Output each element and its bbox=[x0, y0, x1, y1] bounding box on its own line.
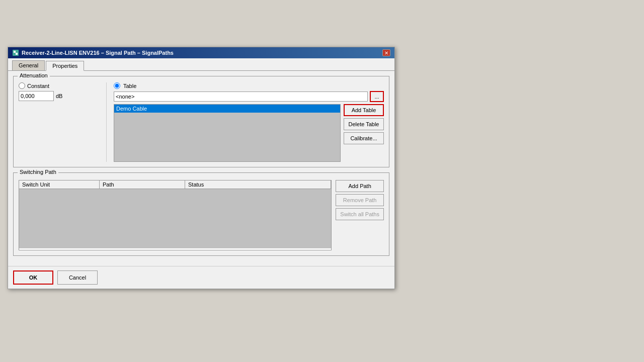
browse-button[interactable]: ... bbox=[370, 91, 384, 102]
table-value-input[interactable] bbox=[114, 92, 368, 102]
close-button[interactable]: ✕ bbox=[382, 49, 390, 56]
table-input-row: ... bbox=[114, 91, 384, 102]
remove-path-button[interactable]: Remove Path bbox=[336, 194, 384, 206]
col-path: Path bbox=[100, 180, 185, 189]
delete-table-button[interactable]: Delete Table bbox=[344, 118, 384, 130]
table-radio[interactable] bbox=[114, 82, 120, 89]
switch-path-table: Switch Unit Path Status bbox=[19, 180, 332, 250]
attenuation-content: Constant dB Table bbox=[19, 82, 384, 162]
table-section: Table ... Demo Cable Add Table Delete Ta… bbox=[114, 82, 384, 162]
svg-rect-2 bbox=[16, 53, 18, 55]
table-buttons: Add Table Delete Table Calibrate... bbox=[344, 104, 384, 144]
switching-path-group: Switching Path Switch Unit Path Status A… bbox=[13, 172, 389, 256]
add-table-button[interactable]: Add Table bbox=[344, 104, 384, 116]
constant-radio-row: Constant bbox=[19, 82, 99, 89]
divider bbox=[106, 82, 107, 162]
switch-table-body bbox=[19, 189, 331, 248]
attenuation-group: Attenuation Constant dB bbox=[13, 76, 389, 167]
dialog-body: Attenuation Constant dB bbox=[8, 71, 394, 266]
switch-buttons: Add Path Remove Path Switch all Paths bbox=[336, 180, 384, 220]
col-switch-unit: Switch Unit bbox=[19, 180, 100, 189]
tab-bar: General Properties bbox=[8, 58, 394, 71]
attenuation-legend: Attenuation bbox=[18, 72, 50, 78]
dialog-title: Receiver-2-Line-LISN ENV216 – Signal Pat… bbox=[22, 50, 174, 56]
table-list[interactable]: Demo Cable bbox=[114, 104, 341, 162]
dialog-footer: OK Cancel bbox=[8, 266, 394, 289]
svg-rect-1 bbox=[14, 51, 16, 53]
unit-label: dB bbox=[56, 93, 62, 99]
constant-section: Constant dB bbox=[19, 82, 99, 101]
switching-path-content: Switch Unit Path Status Add Path Remove … bbox=[19, 180, 384, 250]
calibrate-button[interactable]: Calibrate... bbox=[344, 132, 384, 144]
constant-value-input[interactable] bbox=[19, 91, 54, 101]
constant-input-row: dB bbox=[19, 91, 99, 101]
switch-all-paths-button[interactable]: Switch all Paths bbox=[336, 208, 384, 220]
table-label: Table bbox=[123, 83, 136, 89]
switching-path-legend: Switching Path bbox=[18, 169, 58, 175]
tab-general[interactable]: General bbox=[12, 60, 45, 70]
constant-radio[interactable] bbox=[19, 82, 25, 89]
constant-label: Constant bbox=[27, 83, 49, 89]
table-main-row: Demo Cable Add Table Delete Table Calibr… bbox=[114, 104, 384, 162]
title-bar-left: Receiver-2-Line-LISN ENV216 – Signal Pat… bbox=[12, 49, 174, 56]
table-radio-row: Table bbox=[114, 82, 384, 89]
tab-properties[interactable]: Properties bbox=[46, 61, 84, 71]
main-dialog: Receiver-2-Line-LISN ENV216 – Signal Pat… bbox=[8, 47, 395, 289]
col-status: Status bbox=[185, 180, 331, 189]
list-item[interactable]: Demo Cable bbox=[114, 105, 340, 113]
ok-button[interactable]: OK bbox=[13, 270, 53, 285]
title-bar: Receiver-2-Line-LISN ENV216 – Signal Pat… bbox=[8, 47, 394, 58]
switch-table-header: Switch Unit Path Status bbox=[19, 180, 331, 189]
cancel-button[interactable]: Cancel bbox=[57, 270, 98, 285]
app-icon bbox=[12, 49, 19, 56]
add-path-button[interactable]: Add Path bbox=[336, 180, 384, 192]
